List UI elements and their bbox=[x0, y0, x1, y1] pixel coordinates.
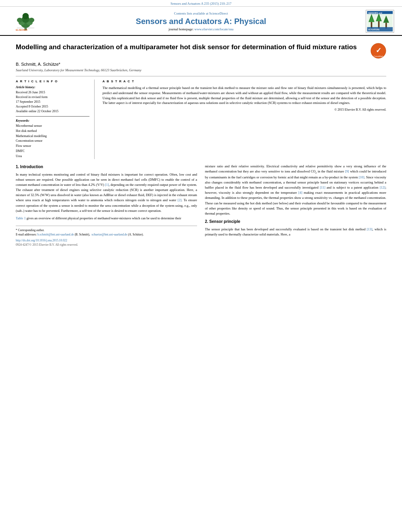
received-date: Received 26 June 2015 bbox=[16, 90, 89, 95]
right-column: mixture ratio and their relative sensiti… bbox=[205, 164, 386, 247]
ref-10: [10] bbox=[359, 175, 364, 179]
svg-text:ELSEVIER: ELSEVIER bbox=[16, 29, 28, 31]
keywords-label: Keywords: bbox=[16, 119, 89, 122]
ref-13: [13] bbox=[367, 227, 372, 231]
keyword-5: Flow sensor bbox=[16, 144, 89, 149]
ref-12: [12] bbox=[380, 185, 385, 189]
article-info-title: A R T I C L E I N F O bbox=[16, 80, 89, 83]
copyright-text: © 2015 Elsevier B.V. All rights reserved… bbox=[102, 108, 386, 111]
keyword-6: DMFC bbox=[16, 149, 89, 154]
email1[interactable]: b.schmitt@lmt.uni-saarland.de bbox=[37, 233, 74, 236]
keyword-1: Microthermal sensor bbox=[16, 124, 89, 129]
keyword-7: Urea bbox=[16, 154, 89, 159]
keyword-3: Mathematical modelling bbox=[16, 134, 89, 139]
abstract-title: A B S T R A C T bbox=[102, 80, 386, 83]
email-label: E-mail addresses: bbox=[16, 233, 37, 236]
ref-11: [11] bbox=[320, 185, 325, 189]
section1-para1: In many technical systems monitoring and… bbox=[16, 172, 197, 213]
email2[interactable]: schuetze@lmt.uni-saarland.de bbox=[91, 233, 127, 236]
journal-citation: Sensors and Actuators A 235 (2015) 210–2… bbox=[171, 2, 231, 6]
ref-9: [9] bbox=[345, 169, 349, 173]
article-title: Modelling and characterization of a mult… bbox=[16, 43, 365, 52]
email2-person: (A. Schütze). bbox=[128, 233, 144, 236]
keyword-2: Hot disk method bbox=[16, 129, 89, 134]
svg-point-7 bbox=[22, 13, 29, 19]
main-columns: 1. Introduction In many technical system… bbox=[16, 164, 386, 247]
journal-header: ELSEVIER Contents lists available at Sci… bbox=[0, 7, 402, 36]
svg-point-5 bbox=[17, 18, 22, 22]
homepage-url[interactable]: www.elsevier.com/locate/sna bbox=[194, 27, 233, 31]
ref-2: [2] bbox=[178, 198, 182, 202]
left-column: 1. Introduction In many technical system… bbox=[16, 164, 197, 247]
journal-center: Contents lists available at ScienceDirec… bbox=[43, 11, 359, 31]
corresponding-label: * Corresponding author. bbox=[16, 228, 45, 232]
corresponding-author-note: * Corresponding author. bbox=[16, 228, 197, 233]
science-direct-line: Contents lists available at ScienceDirec… bbox=[43, 11, 359, 15]
abstract-area: A B S T R A C T The mathematical modelli… bbox=[102, 80, 386, 159]
keywords-list: Microthermal sensor Hot disk method Math… bbox=[16, 124, 89, 159]
email1-person: (B. Schmitt), bbox=[74, 233, 90, 236]
svg-text:✓: ✓ bbox=[376, 46, 382, 54]
elsevier-logo: ELSEVIER bbox=[8, 11, 43, 31]
crossmark-logo[interactable]: ✓ CrossMark bbox=[370, 43, 386, 59]
ref-4: [4] bbox=[298, 191, 302, 195]
abstract-text: The mathematical modelling of a thermal … bbox=[102, 85, 386, 106]
journal-title: Sensors and Actuators A: Physical bbox=[43, 17, 359, 26]
section1-right-para1: mixture ratio and their relative sensiti… bbox=[205, 164, 386, 217]
sensors-actuators-logo: SENSORS and ACTUATORS bbox=[366, 10, 394, 33]
journal-citation-bar: Sensors and Actuators A 235 (2015) 210–2… bbox=[0, 0, 402, 7]
doi-text: http://dx.doi.org/10.1016/j.sna.2015.10.… bbox=[16, 239, 67, 242]
affiliation: Saarland University, Laboratory for Meas… bbox=[16, 68, 386, 72]
section1-heading: 1. Introduction bbox=[16, 164, 197, 170]
sensors-logo-box: SENSORS and ACTUATORS bbox=[359, 10, 394, 33]
revised-date: 17 September 2015 bbox=[16, 100, 89, 104]
svg-text:ACTUATORS: ACTUATORS bbox=[368, 29, 380, 31]
svg-point-6 bbox=[29, 18, 34, 22]
available-date: Available online 22 October 2015 bbox=[16, 109, 89, 114]
svg-text:CrossMark: CrossMark bbox=[374, 55, 383, 57]
article-body: Modelling and characterization of a mult… bbox=[0, 36, 402, 251]
section1-para2: Table 1 gives an overview of different p… bbox=[16, 216, 197, 221]
section2-heading: 2. Sensor principle bbox=[205, 219, 386, 224]
section2-para1: The sensor principle that has been devel… bbox=[205, 227, 386, 237]
ref-1: [1] bbox=[105, 183, 109, 187]
science-direct-link-text[interactable]: ScienceDirect bbox=[209, 11, 228, 15]
issn-line: 0924-4247/© 2015 Elsevier B.V. All right… bbox=[16, 243, 197, 247]
info-area: A R T I C L E I N F O Article history: R… bbox=[16, 76, 386, 159]
accepted-date: Accepted 8 October 2015 bbox=[16, 104, 89, 109]
article-history-label: Article history: bbox=[16, 85, 89, 89]
contents-available-text: Contents lists available at bbox=[174, 11, 208, 15]
footer-area: * Corresponding author. E-mail addresses… bbox=[16, 226, 197, 247]
homepage-label: journal homepage: bbox=[169, 27, 194, 31]
authors: B. Schmitt, A. Schütze* bbox=[16, 62, 386, 67]
table-1-ref: Table 1 bbox=[16, 216, 26, 220]
svg-text:SENSORS and: SENSORS and bbox=[368, 12, 382, 14]
received-revised-label: Received in revised form bbox=[16, 95, 89, 100]
keyword-4: Concentration sensor bbox=[16, 139, 89, 144]
email-note: E-mail addresses: b.schmitt@lmt.uni-saar… bbox=[16, 233, 197, 237]
doi-line[interactable]: http://dx.doi.org/10.1016/j.sna.2015.10.… bbox=[16, 238, 197, 243]
page: Sensors and Actuators A 235 (2015) 210–2… bbox=[0, 0, 402, 532]
elsevier-tree-icon: ELSEVIER bbox=[14, 11, 37, 31]
article-info-column: A R T I C L E I N F O Article history: R… bbox=[16, 80, 95, 159]
journal-homepage: journal homepage: www.elsevier.com/locat… bbox=[43, 27, 359, 31]
article-title-section: Modelling and characterization of a mult… bbox=[16, 40, 386, 59]
authors-text: B. Schmitt, A. Schütze* bbox=[16, 62, 60, 67]
